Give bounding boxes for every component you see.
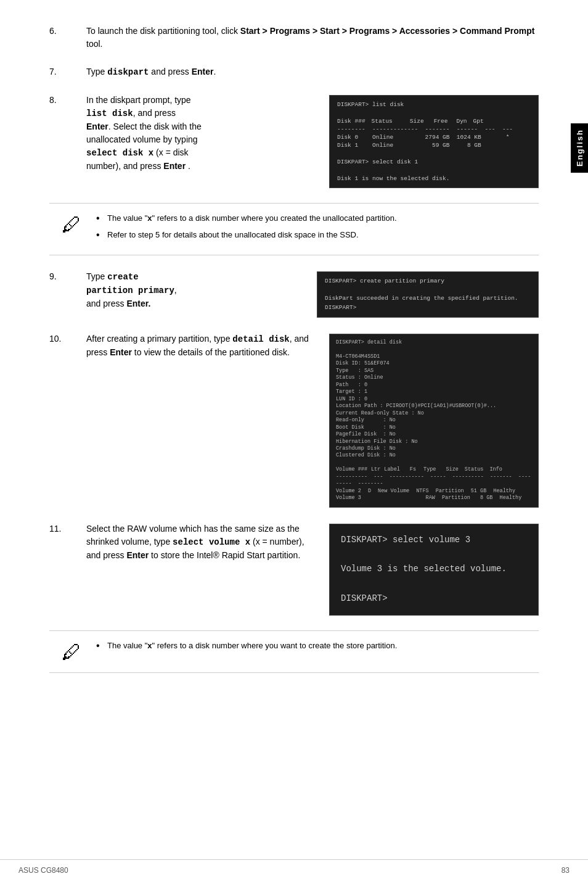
step-8-content: In the diskpart prompt, type list disk, …: [86, 94, 539, 188]
step-8-number: 8.: [49, 94, 86, 105]
step-6-number: 6.: [49, 25, 86, 36]
step-11-terminal: DISKPART> select volume 3 Volume 3 is th…: [329, 524, 539, 616]
step-9-content: Type createpartition primary, and press …: [86, 270, 539, 318]
note-2-text: • The value "x" refers to a disk number …: [96, 640, 533, 657]
page-footer: ASUS CG8480 83: [0, 859, 588, 875]
note-1: 🖊 • The value "x" refers to a disk numbe…: [49, 203, 539, 255]
side-tab: English: [571, 123, 588, 173]
step-10-terminal: DISKPART> detail disk M4-CT064M4SSD1 Dis…: [329, 334, 539, 508]
step-8-terminal: DISKPART> list disk Disk ### Status Size…: [329, 95, 539, 188]
step-7-body: Type diskpart and press Enter.: [86, 65, 539, 79]
step-10-text: After creating a primary partition, type…: [86, 332, 317, 359]
step-11-number: 11.: [49, 522, 86, 534]
note-2-bullet-1: • The value "x" refers to a disk number …: [96, 640, 533, 654]
diskpart-cmd: diskpart: [107, 67, 149, 77]
step-11-content: Select the RAW volume which has the same…: [86, 522, 539, 616]
create-cmd: createpartition primary: [86, 272, 174, 295]
list-disk-cmd: list disk: [86, 109, 133, 118]
step-6: 6. To launch the disk partitioning tool,…: [49, 25, 539, 51]
note-1-text: • The value "x" refers to a disk number …: [96, 212, 533, 246]
create-partition-terminal: DISKPART> create partition primary DiskP…: [317, 271, 539, 318]
footer-right: 83: [561, 866, 570, 875]
footer-left: ASUS CG8480: [18, 866, 68, 875]
step-8: 8. In the diskpart prompt, type list dis…: [49, 94, 539, 188]
step-8-body: In the diskpart prompt, type list disk, …: [86, 94, 539, 188]
step-6-text: To launch the disk partitioning tool, cl…: [86, 25, 539, 51]
step-6-body: To launch the disk partitioning tool, cl…: [86, 25, 539, 51]
step-11-text: Select the RAW volume which has the same…: [86, 522, 317, 562]
note-2: 🖊 • The value "x" refers to a disk numbe…: [49, 630, 539, 673]
step-7-enter: Enter: [192, 67, 214, 76]
note-icon-2: 🖊: [62, 641, 86, 664]
step-7-number: 7.: [49, 65, 86, 76]
step-7-text: Type diskpart and press Enter.: [86, 65, 539, 79]
step-9-terminal: DISKPART> create partition primary DiskP…: [317, 271, 539, 318]
select-volume-terminal: DISKPART> select volume 3 Volume 3 is th…: [329, 524, 539, 616]
step-10-body: After creating a primary partition, type…: [86, 332, 539, 508]
step-11: 11. Select the RAW volume which has the …: [49, 522, 539, 616]
step-9-body: Type createpartition primary, and press …: [86, 270, 539, 318]
step-6-bold: Start > Programs > Start > Programs > Ac…: [240, 26, 535, 36]
select-disk-cmd: select disk x: [86, 148, 153, 158]
list-disk-terminal: DISKPART> list disk Disk ### Status Size…: [329, 95, 539, 188]
detail-disk-terminal: DISKPART> detail disk M4-CT064M4SSD1 Dis…: [329, 334, 539, 508]
step-7: 7. Type diskpart and press Enter.: [49, 65, 539, 79]
select-volume-cmd: select volume x: [173, 537, 250, 547]
step-8-text: In the diskpart prompt, type list disk, …: [86, 94, 317, 173]
step-9: 9. Type createpartition primary, and pre…: [49, 270, 539, 318]
note-1-bullet-2: • Refer to step 5 for details about the …: [96, 229, 533, 244]
step-9-number: 9.: [49, 270, 86, 281]
note-icon-1: 🖊: [62, 213, 86, 236]
step-10-number: 10.: [49, 332, 86, 344]
page-container: English 6. To launch the disk partitioni…: [0, 0, 588, 887]
step-9-text: Type createpartition primary, and press …: [86, 270, 304, 310]
step-11-body: Select the RAW volume which has the same…: [86, 522, 539, 616]
step-10: 10. After creating a primary partition, …: [49, 332, 539, 508]
note-1-bullet-1: • The value "x" refers to a disk number …: [96, 212, 533, 227]
detail-disk-cmd: detail disk: [232, 334, 289, 344]
step-10-content: After creating a primary partition, type…: [86, 332, 539, 508]
